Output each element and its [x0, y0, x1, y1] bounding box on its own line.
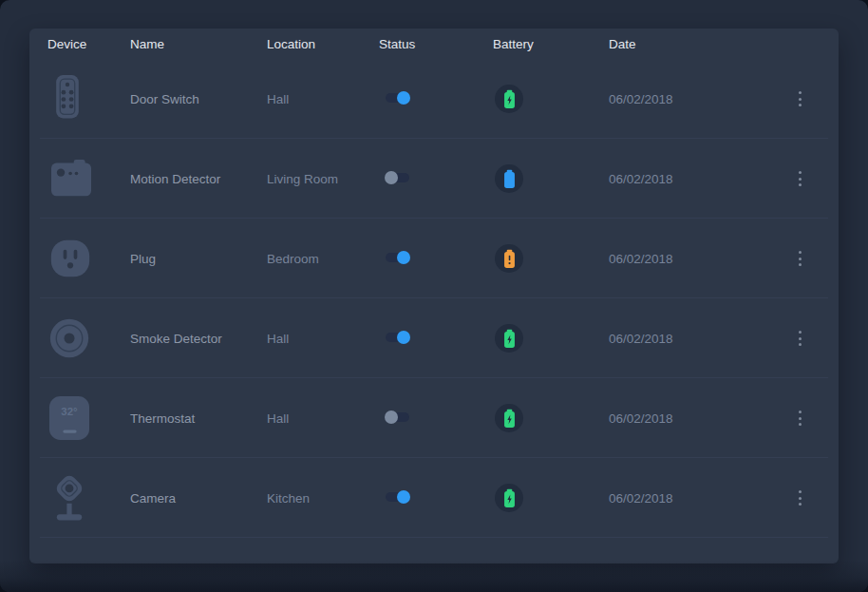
toggle-knob [397, 490, 410, 504]
plug-icon [48, 238, 92, 279]
device-location: Hall [267, 411, 379, 426]
status-toggle[interactable] [385, 331, 410, 344]
device-location: Living Room [267, 172, 379, 186]
kebab-dot [799, 497, 802, 500]
toggle-knob [397, 91, 410, 105]
toggle-knob [397, 331, 410, 344]
device-date: 06/02/2018 [609, 332, 761, 346]
battery-full-icon [495, 164, 523, 193]
device-date: 06/02/2018 [609, 411, 761, 426]
device-location: Hall [267, 92, 379, 106]
kebab-dot [799, 331, 802, 334]
motion-detector-icon [48, 159, 94, 199]
device-name: Plug [130, 252, 267, 266]
camera-icon [48, 472, 90, 525]
kebab-dot [799, 98, 802, 101]
row-menu-button[interactable] [793, 326, 807, 352]
device-date: 06/02/2018 [609, 92, 761, 106]
row-menu-button[interactable] [793, 86, 807, 112]
device-date: 06/02/2018 [609, 252, 761, 266]
table-row: Camera Kitchen 06/02/2018 [29, 458, 839, 538]
status-toggle[interactable] [385, 91, 410, 105]
kebab-dot [799, 337, 802, 340]
battery-low-icon [495, 244, 523, 273]
kebab-dot [799, 178, 802, 181]
column-header-device: Device [29, 37, 130, 51]
kebab-dot [799, 258, 802, 260]
kebab-dot [799, 503, 802, 506]
status-toggle[interactable] [385, 490, 410, 504]
bottom-shadow [0, 560, 868, 592]
device-name: Thermostat [130, 411, 267, 426]
device-name: Smoke Detector [130, 332, 267, 346]
device-location: Hall [267, 332, 379, 346]
battery-charging-icon [495, 85, 523, 113]
device-name: Door Switch [130, 92, 267, 106]
status-toggle[interactable] [385, 251, 410, 264]
column-header-location: Location [267, 37, 379, 51]
device-date: 06/02/2018 [609, 172, 761, 186]
device-name: Camera [130, 491, 267, 506]
toggle-knob [397, 251, 410, 264]
device-name: Motion Detector [130, 172, 267, 186]
table-row: Door Switch Hall 06/02/2018 [29, 59, 839, 139]
table-header: Device Name Location Status Battery Date [29, 29, 839, 59]
device-date: 06/02/2018 [609, 491, 761, 506]
kebab-dot [799, 263, 802, 266]
column-header-date: Date [609, 37, 761, 51]
kebab-dot [799, 171, 802, 174]
kebab-dot [799, 417, 802, 420]
door-switch-icon [48, 74, 86, 124]
app-background: Device Name Location Status Battery Date… [0, 0, 868, 592]
table-row: 32° Thermostat Hall 06/02/2018 [29, 378, 839, 458]
column-header-status: Status [379, 37, 493, 51]
table-row: Smoke Detector Hall 06/02/2018 [29, 298, 839, 378]
row-menu-button[interactable] [793, 486, 807, 511]
device-location: Bedroom [267, 252, 379, 266]
status-toggle[interactable] [385, 171, 410, 184]
row-menu-button[interactable] [793, 246, 807, 272]
kebab-dot [799, 91, 802, 94]
kebab-dot [799, 411, 802, 413]
kebab-dot [799, 183, 802, 186]
svg-text:32°: 32° [61, 406, 78, 417]
toggle-knob [385, 171, 398, 184]
column-header-battery: Battery [493, 37, 609, 51]
kebab-dot [799, 343, 802, 346]
battery-charging-icon [495, 404, 523, 432]
battery-charging-icon [495, 324, 523, 353]
battery-charging-icon [495, 484, 523, 512]
table-row: Plug Bedroom 06/02/2018 [29, 219, 839, 298]
thermostat-icon: 32° [48, 395, 90, 441]
kebab-dot [799, 423, 802, 426]
kebab-dot [799, 251, 802, 254]
device-location: Kitchen [267, 491, 379, 506]
kebab-dot [799, 104, 802, 106]
row-menu-button[interactable] [793, 166, 807, 192]
table-row: Motion Detector Living Room 06/02/2018 [29, 139, 839, 219]
smoke-detector-icon [48, 317, 90, 359]
kebab-dot [799, 490, 802, 493]
table-body: Door Switch Hall 06/02/2018 Motion Detec… [29, 59, 839, 538]
toggle-knob [385, 411, 398, 424]
column-header-name: Name [130, 37, 267, 51]
row-menu-button[interactable] [793, 406, 807, 431]
status-toggle[interactable] [385, 411, 410, 424]
device-table: Device Name Location Status Battery Date… [29, 29, 839, 563]
